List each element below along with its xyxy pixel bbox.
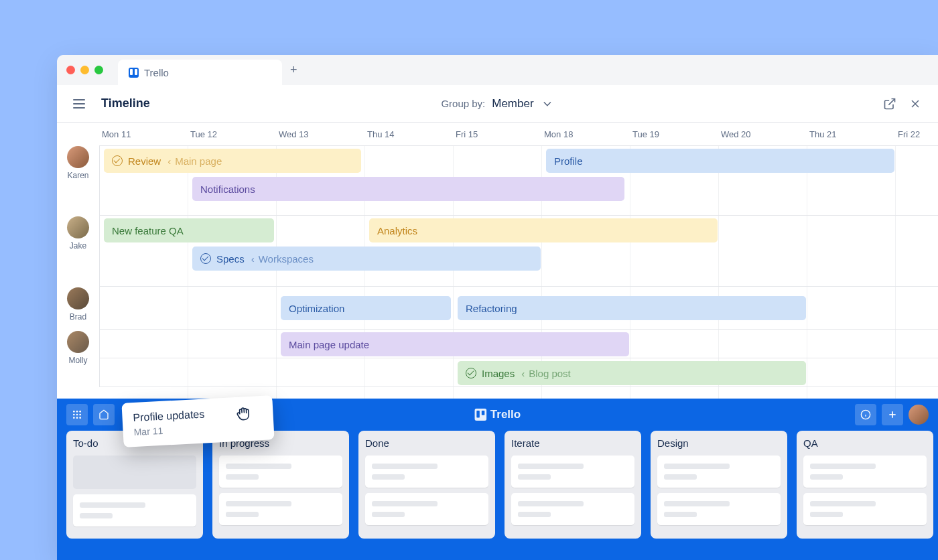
list-title: Design bbox=[657, 437, 781, 449]
svg-point-3 bbox=[73, 411, 75, 413]
timeline-row: Images ‹Blog post bbox=[99, 358, 938, 387]
task-bar-images[interactable]: Images ‹Blog post bbox=[458, 361, 806, 385]
card[interactable] bbox=[365, 456, 488, 488]
task-bar-refactoring[interactable]: Refactoring bbox=[458, 296, 806, 320]
list-done[interactable]: Done bbox=[358, 431, 495, 539]
chevron-down-icon bbox=[541, 97, 554, 111]
card[interactable] bbox=[511, 493, 634, 525]
svg-point-8 bbox=[79, 414, 81, 416]
member-jake[interactable]: Jake bbox=[57, 216, 99, 287]
list-qa[interactable]: QA bbox=[797, 431, 933, 539]
chevron-left-icon: ‹ bbox=[251, 253, 255, 265]
card[interactable] bbox=[657, 493, 781, 525]
date-header: Tue 12 bbox=[188, 129, 276, 139]
card[interactable] bbox=[365, 493, 488, 525]
grab-cursor-icon bbox=[234, 403, 255, 425]
browser-tab[interactable]: Trello bbox=[118, 60, 282, 85]
card[interactable] bbox=[803, 456, 927, 488]
browser-tabbar: Trello + bbox=[57, 55, 938, 85]
board-brand: Trello bbox=[474, 408, 521, 421]
task-bar-analytics[interactable]: Analytics bbox=[369, 218, 718, 242]
list-title: QA bbox=[803, 437, 927, 449]
board-lists[interactable]: To-do In progress Done Iterate Design bbox=[57, 431, 938, 539]
date-header: Thu 14 bbox=[364, 129, 453, 139]
svg-line-0 bbox=[888, 98, 894, 104]
date-header: Wed 20 bbox=[718, 129, 807, 139]
task-bar-new-feature-qa[interactable]: New feature QA bbox=[104, 218, 274, 242]
timeline-row: Optimization Refactoring bbox=[99, 286, 938, 330]
svg-point-6 bbox=[73, 414, 75, 416]
page-title: Timeline bbox=[101, 96, 150, 111]
avatar bbox=[67, 146, 89, 168]
date-header: Wed 13 bbox=[276, 129, 364, 139]
dragging-card[interactable]: Profile updates Mar 11 bbox=[121, 395, 274, 447]
svg-point-4 bbox=[76, 411, 78, 413]
date-header: Thu 21 bbox=[807, 129, 895, 139]
date-header: Tue 19 bbox=[630, 129, 718, 139]
trello-logo-icon bbox=[129, 68, 139, 78]
timeline-grid[interactable]: Mon 11 Tue 12 Wed 13 Thu 14 Fri 15 Mon 1… bbox=[99, 123, 938, 399]
card[interactable] bbox=[657, 456, 781, 488]
card-placeholder[interactable] bbox=[73, 456, 196, 489]
maximize-window-icon[interactable] bbox=[94, 66, 103, 74]
list-title: Done bbox=[365, 437, 488, 449]
apps-button[interactable] bbox=[66, 404, 88, 425]
card[interactable] bbox=[803, 493, 927, 525]
svg-rect-12 bbox=[474, 409, 486, 421]
menu-icon[interactable] bbox=[73, 99, 85, 109]
minimize-window-icon[interactable] bbox=[80, 66, 89, 74]
task-bar-specs[interactable]: Specs ‹Workspaces bbox=[192, 247, 541, 271]
chevron-left-icon: ‹ bbox=[168, 155, 171, 167]
list-design[interactable]: Design bbox=[651, 431, 787, 539]
timeline-view: Karen Jake Brad Molly Mon 11 Tue 12 Wed … bbox=[57, 123, 938, 399]
member-brad[interactable]: Brad bbox=[57, 287, 99, 331]
timeline-row: Main page update bbox=[99, 329, 938, 358]
member-karen[interactable]: Karen bbox=[57, 146, 99, 216]
close-icon[interactable] bbox=[909, 97, 922, 111]
new-tab-button[interactable]: + bbox=[290, 63, 297, 77]
card[interactable] bbox=[219, 493, 342, 525]
list-iterate[interactable]: Iterate bbox=[505, 431, 641, 539]
list-in-progress[interactable]: In progress bbox=[212, 431, 349, 539]
trello-logo-icon bbox=[474, 409, 486, 421]
open-external-icon[interactable] bbox=[883, 97, 896, 111]
plus-icon bbox=[887, 409, 898, 420]
check-icon bbox=[466, 368, 476, 378]
user-avatar[interactable] bbox=[909, 405, 929, 425]
list-todo[interactable]: To-do bbox=[66, 431, 203, 539]
list-title: Iterate bbox=[511, 437, 634, 449]
card[interactable] bbox=[219, 456, 342, 488]
check-icon bbox=[112, 155, 123, 166]
task-bar-optimization[interactable]: Optimization bbox=[281, 296, 451, 320]
members-column: Karen Jake Brad Molly bbox=[57, 123, 99, 399]
timeline-header: Timeline Group by: Member bbox=[57, 85, 938, 123]
task-bar-profile[interactable]: Profile bbox=[546, 149, 894, 173]
close-window-icon[interactable] bbox=[66, 66, 75, 74]
svg-point-7 bbox=[76, 414, 78, 416]
home-button[interactable] bbox=[93, 404, 115, 425]
svg-rect-14 bbox=[481, 411, 484, 415]
date-header: Fri 22 bbox=[895, 129, 938, 139]
avatar bbox=[67, 216, 89, 238]
tab-title: Trello bbox=[144, 67, 169, 78]
task-bar-main-page-update[interactable]: Main page update bbox=[281, 332, 629, 356]
card[interactable] bbox=[73, 494, 196, 527]
grid-icon bbox=[72, 409, 82, 420]
app-window: Trello + Timeline Group by: Member Karen… bbox=[57, 55, 938, 560]
task-bar-review[interactable]: Review ‹Main page bbox=[104, 149, 361, 173]
add-button[interactable] bbox=[882, 404, 903, 425]
task-bar-notifications[interactable]: Notifications bbox=[192, 177, 624, 201]
info-icon bbox=[860, 409, 871, 420]
date-header-row: Mon 11 Tue 12 Wed 13 Thu 14 Fri 15 Mon 1… bbox=[99, 123, 938, 146]
svg-rect-13 bbox=[476, 411, 480, 418]
timeline-row: Review ‹Main page Profile Notifications bbox=[99, 145, 938, 216]
group-by-selector[interactable]: Group by: Member bbox=[441, 97, 553, 111]
info-button[interactable] bbox=[855, 404, 876, 425]
card[interactable] bbox=[511, 456, 634, 488]
member-molly[interactable]: Molly bbox=[57, 331, 99, 371]
svg-point-11 bbox=[79, 417, 81, 419]
chevron-left-icon: ‹ bbox=[521, 368, 525, 379]
home-icon bbox=[98, 409, 109, 420]
check-icon bbox=[200, 253, 211, 264]
svg-point-9 bbox=[73, 417, 75, 419]
